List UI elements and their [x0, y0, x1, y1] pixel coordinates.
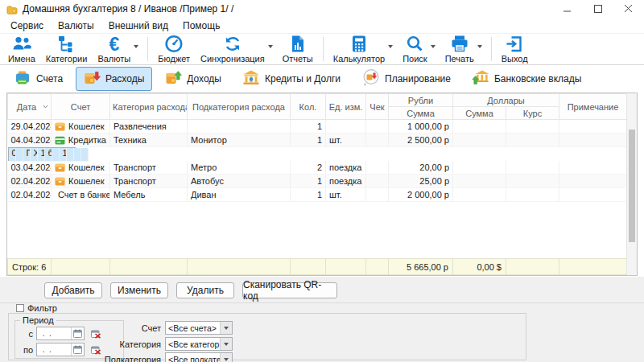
column-header-category[interactable]: Категория расхода: [110, 94, 188, 120]
add-button[interactable]: Добавить: [44, 282, 102, 298]
column-header-date[interactable]: Дата: [8, 94, 52, 120]
categories-tree-icon: [57, 35, 76, 53]
tab-expenses[interactable]: Расходы: [76, 67, 152, 91]
sync-button[interactable]: Синхронизация: [199, 35, 274, 64]
tab-label: Планирование: [385, 73, 451, 84]
table-row[interactable]: 03.04.2024 Кошелек Транспорт Метро 2 пое…: [8, 161, 627, 175]
close-button[interactable]: [613, 0, 644, 18]
table-row[interactable]: 02.04.2024 Счет в банке Мебель Диван 1 ш…: [8, 188, 627, 202]
date-to-input[interactable]: . .: [36, 343, 85, 356]
chevron-down-icon[interactable]: [388, 45, 393, 48]
tab-label: Доходы: [187, 73, 221, 84]
calendar-icon[interactable]: [71, 343, 84, 356]
date-from-input[interactable]: . .: [36, 327, 85, 340]
minimize-button[interactable]: [552, 0, 583, 18]
column-header-usd-sum[interactable]: Сумма: [453, 107, 506, 120]
chevron-down-icon[interactable]: [268, 45, 273, 48]
period-from-label: с: [15, 329, 33, 339]
calculator-button[interactable]: Калькулятор: [332, 35, 394, 64]
column-header-rub-sum[interactable]: Сумма: [389, 107, 453, 120]
account-filter-label: Счет: [98, 323, 161, 333]
printer-icon: [450, 35, 469, 53]
exit-button[interactable]: Выход: [500, 35, 530, 64]
budget-button[interactable]: Бюджет: [156, 35, 192, 64]
toolbar-separator: [491, 37, 492, 61]
table-row[interactable]: 29.04.2024 Кошелек Развлечения 1 1 000,0…: [8, 120, 627, 134]
maximize-button[interactable]: [583, 0, 613, 18]
planning-icon: [361, 69, 380, 88]
filter-checkbox[interactable]: [16, 304, 24, 312]
chevron-down-icon[interactable]: [477, 45, 482, 48]
tab-label: Расходы: [105, 73, 144, 84]
chevron-down-icon[interactable]: [431, 45, 436, 48]
tab-deposits[interactable]: Банковские вклады: [464, 67, 590, 91]
tab-credits[interactable]: Кредиты и Долги: [234, 67, 349, 91]
scan-qr-button[interactable]: Сканировать QR-код: [242, 282, 337, 298]
column-header-account[interactable]: Счет: [52, 94, 110, 120]
period-label: Период: [20, 315, 56, 325]
menu-service[interactable]: Сервис: [3, 19, 51, 33]
chevron-down-icon[interactable]: [220, 322, 232, 334]
section-tabs: Счета Расходы Доходы Кредиты и Долги Пла: [0, 65, 644, 92]
column-header-rubles[interactable]: Рубли: [389, 94, 453, 107]
bank-deposits-icon: [472, 70, 489, 88]
edit-button[interactable]: Изменить: [110, 282, 168, 298]
wallet-account-icon: [55, 163, 65, 172]
names-button[interactable]: Имена: [6, 35, 37, 64]
toolbar-separator: [323, 37, 324, 61]
categories-button[interactable]: Категории: [44, 35, 89, 64]
credits-bank-icon: [242, 70, 260, 88]
credit-card-icon: [55, 136, 65, 145]
column-header-unit[interactable]: Ед. изм.: [326, 94, 366, 120]
search-button[interactable]: Поиск: [401, 35, 436, 64]
column-header-note[interactable]: Примечание: [559, 94, 627, 120]
calendar-icon[interactable]: [71, 327, 84, 339]
calculator-icon: [350, 35, 368, 53]
tab-label: Счета: [36, 73, 63, 84]
tab-income[interactable]: Доходы: [157, 67, 229, 91]
chevron-down-icon[interactable]: [220, 338, 232, 350]
rows-count: Строк: 6: [8, 259, 52, 275]
column-header-check[interactable]: Чек: [366, 94, 389, 120]
rub-total: 5 665,00 р: [389, 259, 453, 275]
chevron-down-icon[interactable]: [134, 45, 138, 48]
tab-label: Банковские вклады: [494, 73, 582, 84]
people-icon: [11, 35, 32, 53]
account-filter-select[interactable]: <Все счета>: [165, 321, 233, 335]
category-filter-select[interactable]: <Все категории>: [165, 337, 233, 351]
column-header-usd-rate[interactable]: Курс: [506, 107, 559, 120]
report-icon: [289, 35, 307, 53]
subcategory-filter-label: Подкатегория: [98, 355, 161, 362]
tab-accounts[interactable]: Счета: [6, 67, 71, 91]
wallet-account-icon: [55, 177, 65, 186]
expenses-table-panel: Дата Счет Категория расхода Подкатегория…: [6, 93, 638, 276]
euro-icon: €: [109, 35, 119, 53]
print-button[interactable]: Печать: [444, 35, 483, 64]
table-row-selected[interactable]: 03.04.2024 Кошелек Продукты питания Хлеб…: [8, 147, 76, 161]
delete-button[interactable]: Удалить: [176, 282, 234, 298]
table-row[interactable]: 02.04.2024 Кошелек Транспорт Автобус 1 п…: [8, 175, 627, 188]
currencies-button[interactable]: € Валюты: [96, 35, 139, 64]
column-header-qty[interactable]: Кол.: [291, 94, 326, 120]
filter-label: Фильтр: [27, 303, 57, 313]
menu-currencies[interactable]: Валюты: [51, 19, 101, 33]
wallet-account-icon: [55, 122, 65, 131]
menu-bar: Сервис Валюты Внешний вид Помощь: [0, 18, 644, 34]
toolbar-separator: [147, 37, 148, 61]
expenses-icon: [84, 70, 101, 88]
table-row[interactable]: 04.04.2024 Кредитка Техника Монитор 1 шт…: [8, 134, 627, 147]
action-bar: Добавить Изменить Удалить Сканировать QR…: [0, 277, 644, 303]
vertical-scrollbar[interactable]: [626, 93, 637, 275]
sort-asc-icon: [43, 105, 48, 109]
column-header-dollars[interactable]: Доллары: [453, 94, 559, 107]
search-icon: [405, 35, 424, 53]
column-header-subcategory[interactable]: Подкатегория расхода: [188, 94, 291, 120]
tab-planning[interactable]: Планирование: [353, 66, 459, 92]
menu-help[interactable]: Помощь: [175, 19, 227, 33]
expenses-table: Дата Счет Категория расхода Подкатегория…: [7, 93, 627, 202]
chevron-down-icon[interactable]: [220, 353, 232, 362]
subcategory-filter-select[interactable]: <Все подкатегори: [165, 352, 233, 362]
reports-button[interactable]: Отчеты: [281, 35, 315, 64]
scrollbar-thumb[interactable]: [629, 130, 635, 242]
menu-appearance[interactable]: Внешний вид: [101, 19, 175, 33]
